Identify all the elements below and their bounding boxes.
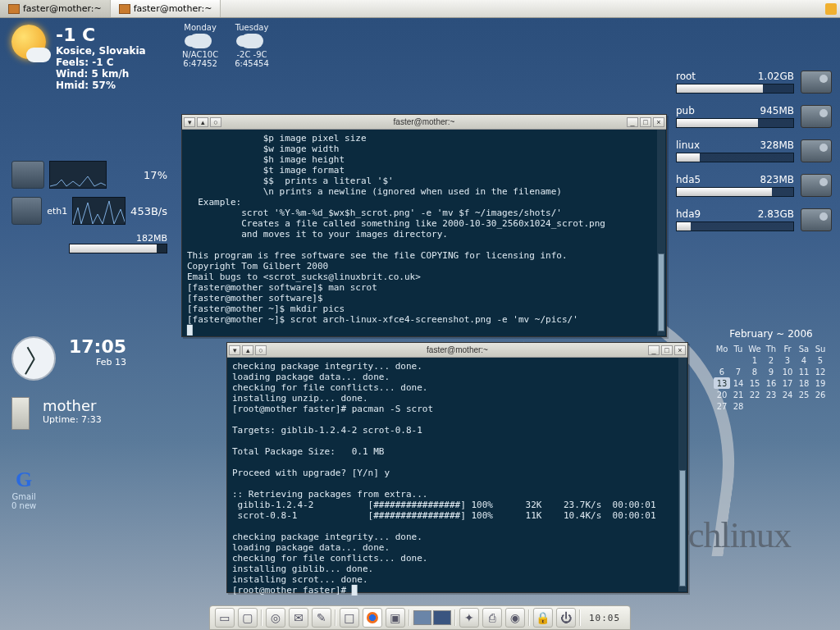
disk-name: pub bbox=[676, 105, 695, 116]
net-graph bbox=[72, 197, 126, 225]
panel-separator bbox=[528, 609, 530, 626]
terminal-window-2[interactable]: ▾ ▴ ○ faster@mother:~ _ □ × checking pac… bbox=[226, 342, 688, 593]
show-desktop-icon[interactable]: ▭ bbox=[215, 608, 235, 628]
forecast-time: 6:47452 bbox=[182, 59, 218, 68]
terminal-output[interactable]: checking package integrity... done. load… bbox=[227, 358, 687, 599]
close-icon[interactable]: × bbox=[653, 117, 664, 127]
network-icon bbox=[11, 197, 42, 225]
task-label: faster@mother:~ bbox=[23, 3, 102, 14]
panel-clock[interactable]: 10:05 bbox=[584, 613, 625, 623]
disk-row: hda5823MB bbox=[676, 174, 832, 197]
task-button-1[interactable]: faster@mother:~ bbox=[0, 0, 111, 17]
print-icon[interactable]: ⎙ bbox=[482, 608, 502, 628]
forecast-day: Monday bbox=[182, 23, 218, 32]
titlebar[interactable]: ▾ ▴ ○ faster@mother:~ _ □ × bbox=[182, 115, 666, 130]
workspace-1[interactable] bbox=[413, 610, 431, 625]
disk-size: 328MB bbox=[760, 139, 795, 151]
cpu-graph bbox=[49, 161, 107, 189]
calendar-title: February ~ 2006 bbox=[714, 328, 829, 340]
scrollbar[interactable] bbox=[657, 130, 665, 336]
terminal-icon bbox=[8, 4, 20, 14]
weather-widget: -1 C Kosice, Slovakia Feels: -1 C Wind: … bbox=[11, 25, 146, 91]
mail-icon[interactable]: ✉ bbox=[289, 608, 308, 628]
hdd-icon bbox=[801, 105, 832, 128]
panel-separator bbox=[261, 609, 262, 626]
close-icon[interactable]: × bbox=[674, 345, 686, 355]
weather-feels: Feels: -1 C bbox=[56, 57, 146, 68]
editor-icon[interactable]: ✎ bbox=[312, 608, 331, 628]
stick-icon[interactable]: ○ bbox=[210, 117, 221, 127]
minimize-icon[interactable]: _ bbox=[627, 117, 638, 127]
weather-temp: -1 C bbox=[56, 25, 146, 45]
settings-icon[interactable]: ✦ bbox=[459, 608, 479, 628]
cloud-icon bbox=[189, 34, 212, 48]
app-icon[interactable]: ▣ bbox=[386, 608, 405, 628]
hdd-icon bbox=[801, 71, 832, 94]
lock-icon[interactable]: 🔒 bbox=[533, 608, 553, 628]
mem-bar bbox=[69, 244, 167, 253]
window-title: faster@mother:~ bbox=[267, 345, 648, 354]
calendar-widget: February ~ 2006 MoTuWeThFrSaSu1234567891… bbox=[714, 328, 829, 412]
hdd-icon bbox=[801, 208, 832, 231]
terminal-icon[interactable]: ▢ bbox=[238, 608, 258, 628]
disk-bar bbox=[676, 221, 794, 231]
forecast-time: 6:45454 bbox=[235, 59, 269, 68]
disk-size: 2.83GB bbox=[758, 208, 794, 220]
disk-row: linux328MB bbox=[676, 139, 832, 162]
workspace-2[interactable] bbox=[433, 610, 451, 625]
shade-icon[interactable]: ▴ bbox=[197, 117, 208, 127]
weather-wind: Wind: 5 km/h bbox=[56, 68, 146, 80]
forecast-cond: N/AC10C bbox=[182, 50, 218, 59]
disk-name: hda9 bbox=[676, 208, 701, 220]
maximize-icon[interactable]: □ bbox=[640, 117, 651, 127]
disk-bar bbox=[676, 118, 794, 128]
disk-widget: root1.02GBpub945MBlinux328MBhda5823MBhda… bbox=[676, 71, 832, 243]
browser-icon[interactable]: ◎ bbox=[266, 608, 285, 628]
stick-icon[interactable]: ○ bbox=[255, 345, 267, 355]
disk-size: 823MB bbox=[760, 174, 795, 185]
files-icon[interactable]: □ bbox=[340, 608, 359, 628]
weather-sun-icon bbox=[11, 25, 46, 59]
window-title: faster@mother:~ bbox=[221, 117, 627, 126]
terminal-window-1[interactable]: ▾ ▴ ○ faster@mother:~ _ □ × $p image pix… bbox=[181, 114, 667, 337]
digital-time: 17:05 bbox=[69, 336, 126, 357]
window-menu-icon[interactable]: ▾ bbox=[229, 345, 240, 355]
disk-row: hda92.83GB bbox=[676, 208, 832, 231]
disk-size: 1.02GB bbox=[758, 71, 794, 82]
window-menu-icon[interactable]: ▾ bbox=[184, 117, 195, 127]
net-rate: 453B/s bbox=[130, 205, 167, 217]
logout-icon[interactable]: ⏻ bbox=[556, 608, 576, 628]
workspace-pager[interactable] bbox=[413, 610, 451, 625]
clock-widget: 17:05 Feb 13 bbox=[11, 336, 126, 381]
mem-value: 182MB bbox=[136, 233, 167, 244]
disk-row: root1.02GB bbox=[676, 71, 832, 94]
net-interface: eth1 bbox=[47, 206, 67, 217]
maximize-icon[interactable]: □ bbox=[661, 345, 673, 355]
forecast-day: Tuesday bbox=[235, 23, 269, 32]
disk-bar bbox=[676, 187, 794, 197]
gmail-widget[interactable]: G Gmail 0 new bbox=[11, 468, 36, 510]
shade-icon[interactable]: ▴ bbox=[242, 345, 253, 355]
disk-row: pub945MB bbox=[676, 105, 832, 128]
hdd-icon bbox=[801, 139, 832, 162]
minimize-icon[interactable]: _ bbox=[648, 345, 660, 355]
panel-plugin-icon[interactable] bbox=[822, 0, 840, 18]
digital-date: Feb 13 bbox=[69, 357, 126, 368]
computer-icon bbox=[11, 397, 30, 430]
task-button-2[interactable]: faster@mother:~ bbox=[111, 0, 221, 17]
system-monitor-widget: 17% eth1 453B/s 182MB bbox=[11, 161, 167, 253]
panel-separator bbox=[454, 609, 456, 626]
firefox-icon[interactable] bbox=[363, 608, 382, 628]
titlebar[interactable]: ▾ ▴ ○ faster@mother:~ _ □ × bbox=[227, 343, 687, 358]
disk-bar bbox=[676, 84, 794, 94]
help-icon[interactable]: ◉ bbox=[505, 608, 525, 628]
gmail-icon: G bbox=[11, 468, 36, 492]
terminal-output[interactable]: $p image pixel size $w image width $h im… bbox=[182, 130, 666, 339]
disk-name: linux bbox=[676, 139, 700, 151]
disk-name: hda5 bbox=[676, 174, 701, 185]
hdd-icon bbox=[801, 174, 832, 197]
panel-separator bbox=[409, 609, 410, 626]
scrollbar[interactable] bbox=[678, 358, 687, 591]
forecast-cond: -2C -9C bbox=[235, 50, 269, 59]
disk-name: root bbox=[676, 71, 696, 82]
